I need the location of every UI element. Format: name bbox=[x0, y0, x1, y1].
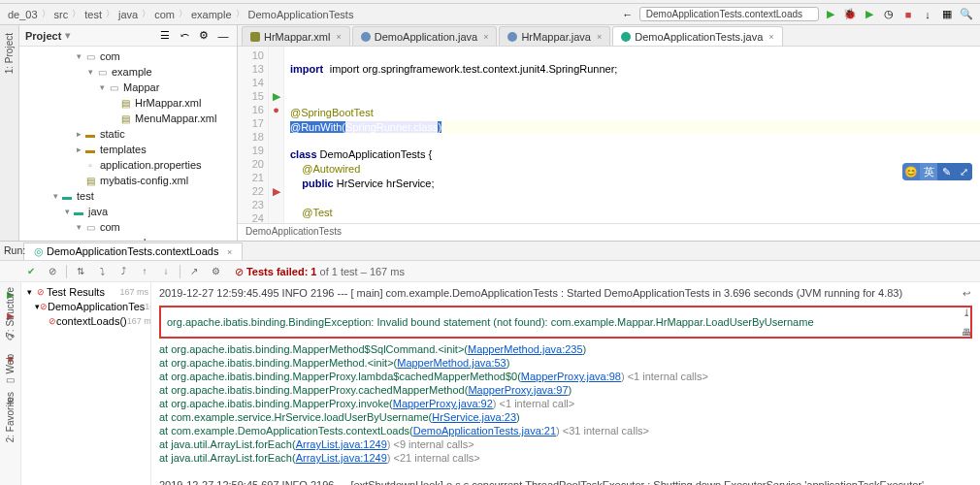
console-output[interactable]: ↩ ⤓ 🖶 2019-12-27 12:59:45.495 INFO 2196 … bbox=[151, 282, 980, 485]
tree-node[interactable]: templates bbox=[100, 144, 147, 155]
tool-project-tab[interactable]: 1: Project bbox=[4, 29, 15, 78]
back-icon[interactable]: ← bbox=[620, 7, 636, 22]
update-icon[interactable]: ↓ bbox=[920, 7, 935, 22]
run-gutter-icon[interactable]: ▶ bbox=[269, 184, 283, 198]
expand-icon[interactable]: ⤵ bbox=[94, 264, 110, 279]
show-ignored-icon[interactable]: ⊘ bbox=[45, 264, 60, 279]
collapse-icon[interactable]: ⤺ bbox=[177, 28, 192, 44]
gear-icon[interactable]: ⚙ bbox=[196, 28, 212, 44]
next-icon[interactable]: ↓ bbox=[158, 264, 174, 279]
source-link[interactable]: MapperProxy.java:98 bbox=[521, 371, 621, 382]
editor-breadcrumb[interactable]: DemoApplicationTests bbox=[238, 223, 980, 241]
editor-tab[interactable]: HrMappar.xml× bbox=[242, 26, 350, 46]
code-editor[interactable]: import import org.springframework.test.c… bbox=[284, 47, 980, 223]
tree-node[interactable]: com bbox=[100, 50, 120, 62]
panel-title: Project bbox=[25, 30, 61, 42]
tool-web-tab[interactable]: Web bbox=[5, 350, 16, 377]
close-icon[interactable]: × bbox=[224, 247, 232, 257]
editor-area: HrMappar.xml× DemoApplication.java× HrMa… bbox=[238, 25, 980, 241]
navigation-bar: de_03〉 src〉 test〉 java〉 com〉 example〉 De… bbox=[0, 4, 980, 25]
tree-node[interactable]: Mappar bbox=[123, 81, 159, 93]
error-gutter-icon[interactable]: ● bbox=[269, 103, 283, 116]
source-link[interactable]: HrService.java:23 bbox=[432, 411, 516, 423]
class-icon bbox=[361, 32, 371, 42]
test-node[interactable]: contextLoads() bbox=[56, 315, 127, 327]
tree-node[interactable]: HrMappar.xml bbox=[135, 97, 201, 109]
export-icon[interactable]: ↗ bbox=[186, 264, 202, 279]
source-link[interactable]: MapperMethod.java:53 bbox=[397, 357, 506, 369]
source-link[interactable]: MapperProxy.java:97 bbox=[468, 384, 568, 396]
run-icon[interactable]: ▶ bbox=[823, 7, 838, 22]
stop-icon[interactable]: ■ bbox=[900, 7, 916, 22]
soft-wrap-icon[interactable]: ↩ bbox=[959, 286, 974, 302]
close-icon[interactable]: × bbox=[768, 32, 773, 42]
tree-node[interactable]: mybatis-config.xml bbox=[100, 175, 188, 186]
tree-node[interactable]: MenuMappar.xml bbox=[135, 113, 216, 124]
print-icon[interactable]: 🖶 bbox=[959, 325, 974, 340]
test-results-tree[interactable]: ▾⊘Test Results167 ms ▾⊘DemoApplicationTe… bbox=[21, 282, 151, 485]
editor-tab[interactable]: DemoApplication.java× bbox=[352, 26, 498, 46]
line-number-gutter[interactable]: 1013141516171819202122232425262728 bbox=[238, 47, 269, 223]
search-icon[interactable]: 🔍 bbox=[959, 7, 974, 22]
test-node[interactable]: DemoApplicationTes bbox=[48, 301, 145, 312]
gear-icon[interactable]: ⚙ bbox=[208, 264, 223, 279]
xml-icon bbox=[250, 32, 260, 42]
ime-indicator[interactable]: 😊英✎⤢ bbox=[902, 163, 972, 180]
tool-structure-tab[interactable]: 7: Structure bbox=[5, 283, 16, 341]
test-node[interactable]: Test Results bbox=[47, 286, 105, 298]
tool-favorites-tab[interactable]: 2: Favorites bbox=[5, 388, 16, 446]
close-icon[interactable]: × bbox=[336, 32, 341, 42]
test-icon bbox=[621, 32, 631, 42]
editor-tab[interactable]: HrMappar.java× bbox=[499, 26, 610, 46]
select-opened-icon[interactable]: ☰ bbox=[157, 28, 173, 44]
source-link[interactable]: MapperProxy.java:92 bbox=[393, 398, 493, 409]
class-icon bbox=[507, 32, 517, 42]
collapse-icon[interactable]: ⤴ bbox=[115, 264, 131, 279]
coverage-icon[interactable]: ▶ bbox=[862, 7, 877, 22]
tree-node[interactable]: java bbox=[88, 206, 108, 217]
breadcrumb-item[interactable]: src bbox=[52, 9, 71, 20]
source-link[interactable]: ArrayList.java:1249 bbox=[296, 438, 387, 450]
prev-icon[interactable]: ↑ bbox=[137, 264, 152, 279]
profile-icon[interactable]: ◷ bbox=[881, 7, 897, 22]
tree-node[interactable]: static bbox=[100, 128, 125, 140]
exception-message: org.apache.ibatis.binding.BindingExcepti… bbox=[159, 306, 972, 339]
project-tool-window: Project ▾ ☰ ⤺ ⚙ — ▾▭com ▾▭example ▾▭Mapp… bbox=[19, 25, 238, 241]
tree-node[interactable]: com bbox=[100, 221, 120, 233]
run-tab[interactable]: ◎ DemoApplicationTests.contextLoads × bbox=[23, 242, 243, 260]
breadcrumb-item[interactable]: de_03 bbox=[6, 9, 40, 20]
source-link[interactable]: ArrayList.java:1249 bbox=[296, 452, 387, 464]
run-tool-window: Run: ◎ DemoApplicationTests.contextLoads… bbox=[0, 241, 980, 485]
test-status: ⊘ Tests failed: 1 of 1 test – 167 ms bbox=[235, 266, 405, 277]
breadcrumb-item[interactable]: java bbox=[116, 9, 140, 20]
editor-tab[interactable]: DemoApplicationTests.java× bbox=[612, 26, 782, 46]
close-icon[interactable]: × bbox=[483, 32, 488, 42]
editor-tabs: HrMappar.xml× DemoApplication.java× HrMa… bbox=[238, 25, 980, 47]
console-line: 2019-12-27 12:59:45.697 INFO 2196 --- [e… bbox=[159, 478, 972, 485]
show-passed-icon[interactable]: ✔ bbox=[23, 264, 39, 279]
breadcrumb-item[interactable]: test bbox=[82, 9, 104, 20]
run-config-combo[interactable]: DemoApplicationTests.contextLoads bbox=[639, 7, 819, 21]
left-tool-stripe: 1: Project bbox=[0, 25, 19, 241]
run-gutter-icon[interactable]: ▶ bbox=[269, 89, 283, 103]
scroll-end-icon[interactable]: ⤓ bbox=[959, 306, 974, 321]
sort-icon[interactable]: ⇅ bbox=[73, 264, 88, 279]
project-structure-icon[interactable]: ▦ bbox=[939, 7, 955, 22]
breadcrumb-item[interactable]: com bbox=[152, 9, 177, 20]
project-tree[interactable]: ▾▭com ▾▭example ▾▭Mappar ▤HrMappar.xml ▤… bbox=[19, 47, 237, 241]
hide-icon[interactable]: — bbox=[215, 28, 231, 44]
gutter-markers[interactable]: ▶ ● ▶ bbox=[269, 47, 284, 223]
tree-node[interactable]: test bbox=[77, 190, 94, 202]
tree-node[interactable]: application.properties bbox=[100, 159, 202, 171]
tree-node[interactable]: example bbox=[112, 66, 152, 78]
breadcrumb-item[interactable]: DemoApplicationTests bbox=[246, 9, 356, 20]
console-line: 2019-12-27 12:59:45.495 INFO 2196 --- [ … bbox=[159, 286, 972, 300]
source-link[interactable]: DemoApplicationTests.java:21 bbox=[413, 425, 556, 436]
source-link[interactable]: MapperMethod.java:235 bbox=[468, 343, 583, 355]
breadcrumb-item[interactable]: example bbox=[189, 9, 234, 20]
debug-icon[interactable]: 🐞 bbox=[842, 7, 858, 22]
close-icon[interactable]: × bbox=[597, 32, 602, 42]
run-label: Run: bbox=[4, 244, 25, 256]
